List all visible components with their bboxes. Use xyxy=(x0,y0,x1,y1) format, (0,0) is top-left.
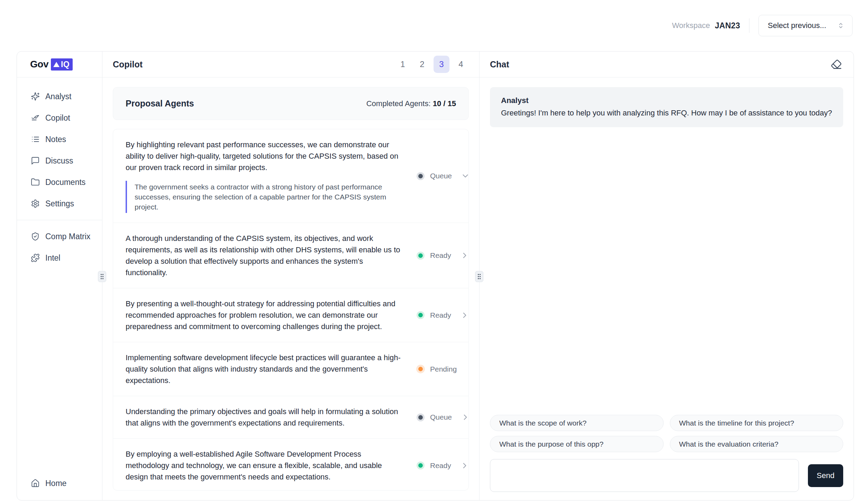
main-container: Gov IQ Analyst Copilot xyxy=(17,51,854,501)
gear-icon xyxy=(31,199,40,208)
sidebar-item-label: Settings xyxy=(45,199,74,208)
pagination-page-2[interactable]: 2 xyxy=(414,56,430,73)
sidebar-item-notes[interactable]: Notes xyxy=(17,129,102,150)
proposal-agents-title: Proposal Agents xyxy=(126,99,194,109)
sidebar-item-discuss[interactable]: Discuss xyxy=(17,150,102,171)
suggestion-chip[interactable]: What is the evaluation criteria? xyxy=(670,436,844,452)
folder-icon xyxy=(31,178,40,187)
status-dot xyxy=(418,313,423,317)
sidebar-spacer xyxy=(17,269,102,473)
agent-text: A thorough understanding of the CAPSIS s… xyxy=(126,233,406,278)
chevron-icon[interactable] xyxy=(460,461,469,470)
suggestion-chip[interactable]: What is the timeline for this project? xyxy=(670,415,844,431)
sparkles-icon xyxy=(31,92,40,101)
eraser-icon xyxy=(831,59,842,70)
chat-message-text: Greetings! I'm here to help you with ana… xyxy=(501,108,832,118)
chat-message-author: Analyst xyxy=(501,96,832,105)
copilot-title: Copilot xyxy=(113,59,143,69)
status-dot xyxy=(418,367,423,371)
agent-row: By highlighting relevant past performanc… xyxy=(113,129,468,223)
chat-spacer xyxy=(490,127,843,415)
agent-row: By employing a well-established Agile So… xyxy=(113,439,468,491)
copilot-content: Proposal Agents Completed Agents: 10 / 1… xyxy=(102,77,479,500)
completed-agents-label: Completed Agents: xyxy=(366,99,431,108)
status-label: Ready xyxy=(430,251,451,260)
logo-triangle-icon xyxy=(53,62,60,67)
pagination-page-3-active[interactable]: 3 xyxy=(434,56,449,73)
chat-input[interactable] xyxy=(490,459,799,492)
copilot-chat-resize-handle[interactable] xyxy=(475,271,483,282)
sidebar-item-label: Intel xyxy=(45,253,60,263)
chevron-icon[interactable] xyxy=(461,171,469,180)
origami-bird-icon xyxy=(31,113,40,122)
agent-controls: Ready xyxy=(416,311,469,320)
sidebar-item-label: Documents xyxy=(45,178,85,187)
status-label: Ready xyxy=(430,461,451,470)
sidebar-item-label: Notes xyxy=(45,135,66,144)
sidebar-item-analyst[interactable]: Analyst xyxy=(17,86,102,107)
sidebar-item-comp-matrix[interactable]: Comp Matrix xyxy=(17,226,102,247)
status-dot xyxy=(418,415,423,420)
chat-input-row: Send xyxy=(490,459,843,492)
workspace-indicator: Workspace JAN23 xyxy=(672,21,740,30)
agent-text: By presenting a well-thought-out strateg… xyxy=(126,298,406,332)
sidebar-item-documents[interactable]: Documents xyxy=(17,171,102,193)
logo-badge-text: IQ xyxy=(61,60,70,69)
status-dot xyxy=(418,174,423,178)
suggestion-chip[interactable]: What is the scope of work? xyxy=(490,415,664,431)
agent-content: By highlighting relevant past performanc… xyxy=(126,139,406,213)
logo-badge: IQ xyxy=(51,58,73,71)
sidebar-nav: Analyst Copilot Notes Discuss xyxy=(17,77,102,269)
agent-content: Understanding the primary objectives and… xyxy=(126,406,406,429)
workspace-value: JAN23 xyxy=(715,21,740,30)
completed-agents-value: 10 / 15 xyxy=(433,99,456,108)
pagination-page-1[interactable]: 1 xyxy=(395,56,411,73)
logo-text: Gov xyxy=(30,59,48,70)
status-badge: Queue xyxy=(416,172,452,180)
list-icon xyxy=(31,135,40,144)
home-icon xyxy=(31,479,40,488)
agent-text: Implementing software development lifecy… xyxy=(126,352,406,386)
clear-chat-button[interactable] xyxy=(829,57,843,71)
chat-title: Chat xyxy=(490,59,509,69)
pagination-page-4[interactable]: 4 xyxy=(453,56,469,73)
status-badge: Ready xyxy=(416,461,451,470)
send-button[interactable]: Send xyxy=(808,464,843,487)
agent-text: Understanding the primary objectives and… xyxy=(126,406,406,429)
agent-content: Implementing software development lifecy… xyxy=(126,352,406,386)
chevron-icon[interactable] xyxy=(460,311,469,320)
logo: Gov IQ xyxy=(17,52,102,77)
sidebar-item-label: Discuss xyxy=(45,156,73,166)
completed-agents-count: Completed Agents: 10 / 15 xyxy=(366,99,456,108)
chat-content: Analyst Greetings! I'm here to help you … xyxy=(480,77,854,500)
grip-dots-icon xyxy=(476,272,482,281)
agent-row: A thorough understanding of the CAPSIS s… xyxy=(113,223,468,288)
status-dot xyxy=(418,253,423,258)
chevron-icon[interactable] xyxy=(461,413,469,422)
sidebar-item-label: Analyst xyxy=(45,92,71,101)
sidebar-item-intel[interactable]: Intel xyxy=(17,247,102,269)
status-badge: Queue xyxy=(416,413,452,422)
chat-message: Analyst Greetings! I'm here to help you … xyxy=(490,87,843,127)
pagination: 1 2 3 4 xyxy=(395,56,469,73)
agent-content: A thorough understanding of the CAPSIS s… xyxy=(126,233,406,278)
agent-row: By presenting a well-thought-out strateg… xyxy=(113,288,468,342)
agent-text: By highlighting relevant past performanc… xyxy=(126,139,406,173)
agent-quote-text: The government seeks a contractor with a… xyxy=(135,182,399,212)
suggestion-chip[interactable]: What is the purpose of this opp? xyxy=(490,436,664,452)
workspace-label: Workspace xyxy=(672,21,710,30)
chat-bubble-icon xyxy=(31,156,40,165)
copilot-header: Copilot 1 2 3 4 xyxy=(102,52,479,77)
sidebar-item-settings[interactable]: Settings xyxy=(17,193,102,214)
select-previous-dropdown[interactable]: Select previous... xyxy=(758,15,853,36)
status-label: Ready xyxy=(430,311,451,319)
chevron-icon[interactable] xyxy=(460,251,469,260)
chat-header: Chat xyxy=(480,52,854,77)
sidebar-item-copilot[interactable]: Copilot xyxy=(17,107,102,129)
copilot-panel: Copilot 1 2 3 4 Proposal Agents Complete… xyxy=(102,52,480,500)
chevron-icon[interactable] xyxy=(466,365,469,374)
sidebar-item-home[interactable]: Home xyxy=(17,473,102,494)
agent-row: Understanding the primary objectives and… xyxy=(113,396,468,439)
sidebar-footer: Home xyxy=(17,473,102,500)
sidebar-resize-handle[interactable] xyxy=(98,271,106,282)
